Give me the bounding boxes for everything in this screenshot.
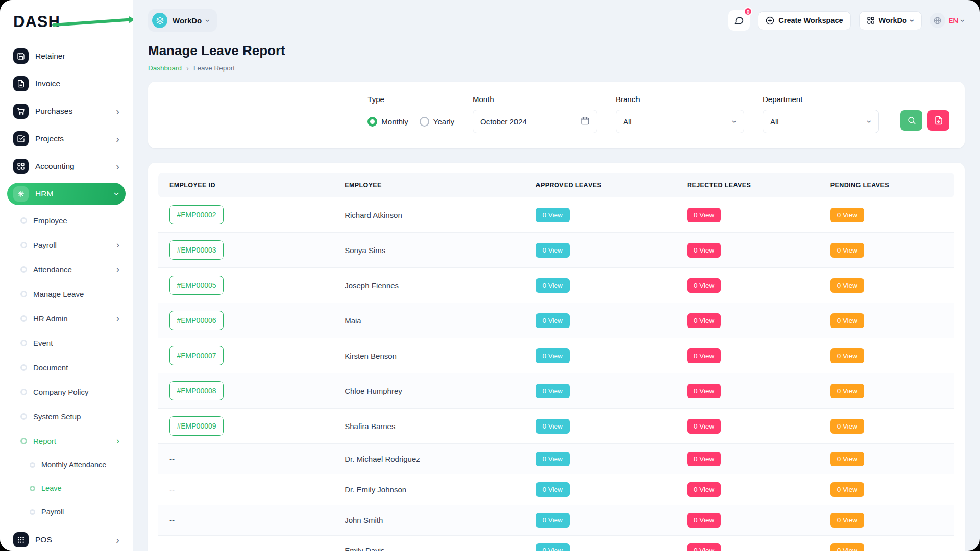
employee-id-badge[interactable]: #EMP00008	[169, 381, 224, 400]
sidebar-subitem-monthly-attendance[interactable]: Monthly Attendance	[7, 455, 126, 474]
pending-leaves-badge[interactable]: 0 View	[830, 208, 864, 222]
rejected-leaves-badge[interactable]: 0 View	[687, 348, 721, 363]
sidebar-item-label: Retainer	[35, 52, 65, 61]
table-row: --Dr. Emily Johnson0 View0 View0 View	[158, 474, 954, 505]
employee-id-badge[interactable]: #EMP00003	[169, 240, 224, 260]
rejected-leaves-badge[interactable]: 0 View	[687, 243, 721, 258]
employee-id-badge[interactable]: #EMP00007	[169, 346, 224, 365]
rejected-leaves-badge[interactable]: 0 View	[687, 419, 721, 434]
month-input[interactable]: October 2024	[473, 110, 597, 133]
approved-leaves-badge[interactable]: 0 View	[536, 348, 570, 363]
sidebar-item-invoice[interactable]: Invoice	[7, 72, 126, 95]
rejected-leaves-badge[interactable]: 0 View	[687, 482, 721, 497]
sidebar-item-pos[interactable]: POS›	[7, 529, 126, 551]
rejected-leaves-badge[interactable]: 0 View	[687, 208, 721, 222]
pending-leaves-badge[interactable]: 0 View	[830, 452, 864, 466]
sidebar-item-retainer[interactable]: Retainer	[7, 45, 126, 67]
pending-leaves-badge[interactable]: 0 View	[830, 278, 864, 293]
employee-name: Maia	[345, 316, 361, 325]
sidebar-subitem-document[interactable]: Document	[7, 357, 126, 378]
approved-leaves-badge[interactable]: 0 View	[536, 313, 570, 328]
sidebar-subitem-employee[interactable]: Employee	[7, 210, 126, 231]
pending-leaves-cell: 0 View	[819, 444, 954, 474]
table-row: --Emily Davis0 View0 View0 View	[158, 536, 954, 551]
sidebar-subitem-leave[interactable]: Leave	[7, 479, 126, 498]
pending-leaves-badge[interactable]: 0 View	[830, 419, 864, 434]
sidebar-subitem-report[interactable]: Report›	[7, 431, 126, 451]
rejected-leaves-badge[interactable]: 0 View	[687, 278, 721, 293]
approved-leaves-badge[interactable]: 0 View	[536, 384, 570, 398]
employee-id-cell: #EMP00009	[158, 409, 333, 444]
retainer-icon	[13, 48, 29, 64]
approved-leaves-badge[interactable]: 0 View	[536, 419, 570, 434]
rejected-leaves-cell: 0 View	[676, 303, 819, 338]
sidebar-subitem-attendance[interactable]: Attendance›	[7, 259, 126, 280]
approved-leaves-badge[interactable]: 0 View	[536, 208, 570, 222]
radio-yearly[interactable]: Yearly	[420, 117, 454, 127]
branch-select[interactable]: All ›	[616, 110, 744, 133]
pending-leaves-badge[interactable]: 0 View	[830, 243, 864, 258]
pending-leaves-badge[interactable]: 0 View	[830, 543, 864, 551]
approved-leaves-badge[interactable]: 0 View	[536, 243, 570, 258]
search-icon	[907, 116, 916, 125]
pending-leaves-badge[interactable]: 0 View	[830, 482, 864, 497]
employee-id-badge[interactable]: #EMP00009	[169, 416, 224, 436]
radio-monthly[interactable]: Monthly	[368, 117, 408, 127]
chevron-right-icon: ›	[116, 535, 119, 545]
employee-id-badge[interactable]: #EMP00005	[169, 276, 224, 295]
department-filter: Department All ›	[763, 95, 879, 133]
approved-leaves-cell: 0 View	[525, 505, 676, 536]
workspace-layers-icon	[152, 13, 167, 28]
sidebar-subitem-company-policy[interactable]: Company Policy	[7, 382, 126, 402]
workdo-menu-button[interactable]: WorkDo ›	[859, 11, 922, 30]
sidebar-subitem-hr-admin[interactable]: HR Admin›	[7, 308, 126, 329]
logo-text: DASH	[13, 13, 60, 31]
department-select[interactable]: All ›	[763, 110, 879, 133]
pending-leaves-badge[interactable]: 0 View	[830, 313, 864, 328]
sidebar-subitem-label: Company Policy	[33, 388, 88, 396]
approved-leaves-badge[interactable]: 0 View	[536, 513, 570, 528]
page-title: Manage Leave Report	[148, 43, 965, 59]
pending-leaves-cell: 0 View	[819, 197, 954, 233]
sidebar-item-hrm[interactable]: HRM›	[7, 183, 126, 205]
approved-leaves-badge[interactable]: 0 View	[536, 543, 570, 551]
pending-leaves-cell: 0 View	[819, 474, 954, 505]
sidebar-subitem-payroll[interactable]: Payroll›	[7, 235, 126, 255]
app-logo[interactable]: DASH	[13, 11, 121, 33]
rejected-leaves-badge[interactable]: 0 View	[687, 452, 721, 466]
chevron-down-icon: ›	[731, 120, 740, 123]
employee-id-badge[interactable]: #EMP00006	[169, 311, 224, 330]
sidebar-item-projects[interactable]: Projects›	[7, 128, 126, 150]
workspace-switcher[interactable]: WorkDo ›	[148, 9, 217, 32]
pending-leaves-badge[interactable]: 0 View	[830, 384, 864, 398]
language-selector[interactable]: EN ›	[930, 13, 965, 28]
pending-leaves-badge[interactable]: 0 View	[830, 348, 864, 363]
messages-button[interactable]: 0	[728, 10, 750, 31]
search-button[interactable]	[900, 110, 922, 131]
type-label: Type	[368, 95, 454, 104]
approved-leaves-badge[interactable]: 0 View	[536, 482, 570, 497]
breadcrumb-dashboard-link[interactable]: Dashboard	[148, 64, 182, 72]
pending-leaves-badge[interactable]: 0 View	[830, 513, 864, 528]
rejected-leaves-badge[interactable]: 0 View	[687, 513, 721, 528]
logo-swoosh-icon	[52, 18, 130, 27]
sidebar-subitem-label: Payroll	[33, 241, 57, 249]
sidebar-item-accounting[interactable]: Accounting›	[7, 155, 126, 178]
rejected-leaves-badge[interactable]: 0 View	[687, 543, 721, 551]
sidebar-subitem-system-setup[interactable]: System Setup	[7, 406, 126, 427]
sidebar-item-purchases[interactable]: Purchases›	[7, 100, 126, 122]
employee-name-cell: Maia	[333, 303, 524, 338]
approved-leaves-badge[interactable]: 0 View	[536, 452, 570, 466]
export-button[interactable]	[927, 110, 949, 131]
bullet-icon	[20, 266, 27, 273]
employee-id-badge[interactable]: #EMP00002	[169, 205, 224, 224]
branch-value: All	[623, 117, 632, 126]
rejected-leaves-badge[interactable]: 0 View	[687, 384, 721, 398]
sidebar-subitem-payroll[interactable]: Payroll	[7, 502, 126, 521]
sidebar-subitem-event[interactable]: Event	[7, 333, 126, 353]
sidebar-subitem-manage-leave[interactable]: Manage Leave	[7, 284, 126, 304]
approved-leaves-badge[interactable]: 0 View	[536, 278, 570, 293]
create-workspace-button[interactable]: Create Workspace	[758, 11, 850, 30]
sidebar-item-label: POS	[35, 535, 52, 544]
rejected-leaves-badge[interactable]: 0 View	[687, 313, 721, 328]
